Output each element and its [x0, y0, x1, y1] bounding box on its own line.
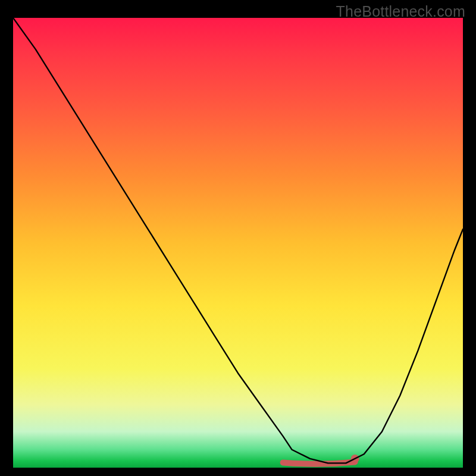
plot-area — [13, 18, 463, 468]
bottleneck-curve-line — [13, 18, 463, 463]
chart-frame: TheBottleneck.com — [0, 0, 476, 476]
curve-svg — [13, 18, 463, 468]
